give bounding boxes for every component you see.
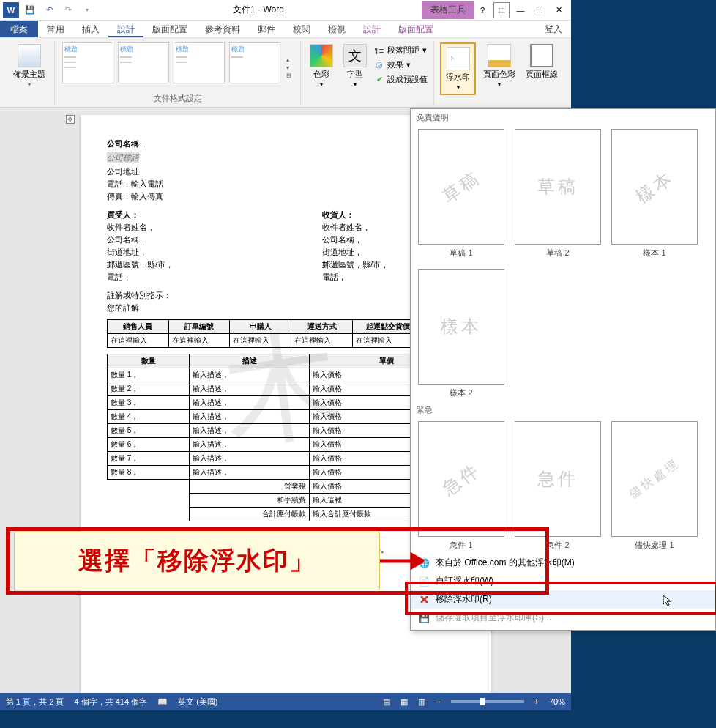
style-down-icon[interactable]: ▾ bbox=[286, 64, 291, 71]
doc-style-thumb[interactable]: 標題━━━━━━━━ bbox=[118, 42, 169, 83]
doc-style-thumb[interactable]: 標題━━━━━━━━ bbox=[174, 42, 225, 83]
page-color-button[interactable]: 頁面色彩▾ bbox=[480, 42, 518, 89]
doc-style-thumb[interactable]: 標題━━━━━━━━━━━━ bbox=[62, 42, 113, 83]
ribbon-tabs: 檔案 常用 插入 設計 版面配置 參考資料 郵件 校閱 檢視 設計 版面配置 登… bbox=[0, 21, 571, 38]
word-count[interactable]: 4 個字，共 414 個字 bbox=[74, 697, 147, 707]
annotation-text-box: 選擇「移除浮水印」 bbox=[14, 532, 380, 590]
save-selection-to-gallery: 💾儲存選取項目至浮水印庫(S)... bbox=[411, 609, 715, 627]
annotation-text: 選擇「移除浮水印」 bbox=[78, 544, 316, 578]
spacing-icon: ¶≡ bbox=[374, 45, 384, 56]
effects-icon: ◎ bbox=[374, 60, 384, 70]
view-web-icon[interactable]: ▥ bbox=[418, 697, 425, 707]
sign-in[interactable]: 登入 bbox=[536, 21, 571, 37]
zoom-slider[interactable] bbox=[451, 700, 524, 703]
save-icon[interactable]: 💾 bbox=[22, 2, 38, 18]
style-more-icon[interactable]: ⊟ bbox=[286, 73, 291, 79]
themes-button[interactable]: 佈景主題 ▾ bbox=[10, 42, 48, 89]
tab-mailings[interactable]: 郵件 bbox=[249, 21, 284, 37]
themes-label: 佈景主題 bbox=[13, 69, 45, 80]
colors-fonts-group: 色彩▾ 文字型▾ ¶≡段落間距 ▾ ◎效果 ▾ ✔設成預設值 bbox=[301, 41, 434, 105]
zoom-value[interactable]: 70% bbox=[549, 697, 565, 706]
tab-view[interactable]: 檢視 bbox=[319, 21, 354, 37]
effects-button[interactable]: ◎效果 ▾ bbox=[374, 59, 428, 71]
tab-review[interactable]: 校閱 bbox=[284, 21, 319, 37]
colors-icon bbox=[310, 44, 333, 67]
format-group: 標題━━━━━━━━━━━━ 標題━━━━━━━━ 標題━━━━━━━━ 標題━… bbox=[55, 41, 301, 105]
buyer-column: 買受人： 收件者姓名， 公司名稱， 街道地址， 郵遞區號，縣/市， 電話， bbox=[107, 208, 249, 284]
tab-insert[interactable]: 插入 bbox=[73, 21, 108, 37]
set-default-button[interactable]: ✔設成預設值 bbox=[374, 73, 428, 86]
remove-watermark-icon: 🗙 bbox=[418, 594, 430, 606]
page-color-icon bbox=[488, 44, 511, 67]
undo-icon[interactable]: ↶ bbox=[41, 2, 57, 18]
cursor-icon bbox=[663, 595, 674, 606]
word-icon[interactable]: W bbox=[3, 2, 19, 18]
zoom-in-icon[interactable]: + bbox=[534, 697, 539, 706]
tab-ctx-layout[interactable]: 版面配置 bbox=[389, 21, 442, 37]
document-title: 文件1 - Word bbox=[95, 4, 422, 16]
watermark-section-disclaimer: 免責聲明 bbox=[411, 109, 715, 126]
watermark-option-sample2[interactable]: 樣本樣本 2 bbox=[418, 269, 504, 398]
company-slogan[interactable]: 公司標語 bbox=[107, 152, 139, 163]
fonts-button[interactable]: 文字型▾ bbox=[340, 42, 370, 89]
table-tools-context: 表格工具 bbox=[422, 1, 474, 19]
format-group-label: 文件格式設定 bbox=[154, 93, 202, 104]
arrow-icon bbox=[380, 552, 424, 570]
doc-style-thumb[interactable]: 標題━━━━ bbox=[229, 42, 280, 83]
watermark-option-asap1[interactable]: 儘快處理儘快處理 1 bbox=[611, 421, 698, 551]
tab-ctx-design[interactable]: 設計 bbox=[354, 21, 389, 37]
language-indicator[interactable]: 英文 (美國) bbox=[178, 697, 217, 707]
svg-marker-2 bbox=[412, 555, 422, 567]
tab-layout[interactable]: 版面配置 bbox=[143, 21, 196, 37]
qat-dropdown-icon[interactable]: ▾ bbox=[79, 2, 95, 18]
spellcheck-icon[interactable]: 📖 bbox=[157, 697, 168, 707]
zoom-out-icon[interactable]: − bbox=[436, 697, 440, 706]
table-anchor-icon[interactable]: ✥ bbox=[66, 115, 75, 124]
themes-icon bbox=[18, 44, 41, 67]
save-gallery-icon: 💾 bbox=[418, 612, 430, 624]
notes-header: 註解或特別指示： bbox=[107, 291, 171, 300]
watermark-option-draft1[interactable]: 草稿草稿 1 bbox=[418, 129, 504, 259]
watermark-icon: A bbox=[447, 47, 470, 70]
minimize-icon[interactable]: — bbox=[512, 2, 529, 18]
default-icon: ✔ bbox=[374, 75, 384, 85]
annotation-callout: 選擇「移除浮水印」 bbox=[6, 527, 549, 595]
status-bar: 第 1 頁，共 2 頁 4 個字，共 414 個字 📖 英文 (美國) ▤ ▦ … bbox=[0, 693, 571, 710]
ribbon-options-icon[interactable]: ⬚ bbox=[493, 2, 510, 18]
themes-group: 佈景主題 ▾ bbox=[4, 41, 55, 105]
watermark-option-draft2[interactable]: 草稿草稿 2 bbox=[515, 129, 601, 259]
colors-button[interactable]: 色彩▾ bbox=[307, 42, 336, 89]
tab-file[interactable]: 檔案 bbox=[0, 21, 38, 37]
tab-home[interactable]: 常用 bbox=[38, 21, 73, 37]
company-name: 公司名稱 bbox=[107, 139, 139, 148]
view-print-icon[interactable]: ▤ bbox=[383, 697, 390, 707]
redo-icon[interactable]: ↷ bbox=[60, 2, 76, 18]
maximize-icon[interactable]: ☐ bbox=[532, 2, 548, 18]
watermark-button[interactable]: A浮水印▾ bbox=[443, 45, 473, 92]
watermark-option-sample1[interactable]: 樣本樣本 1 bbox=[611, 129, 698, 259]
page-background-group: A浮水印▾ 頁面色彩▾ 頁面框線 bbox=[434, 41, 567, 105]
help-icon[interactable]: ? bbox=[474, 2, 491, 18]
ribbon: 佈景主題 ▾ 標題━━━━━━━━━━━━ 標題━━━━━━━━ 標題━━━━━… bbox=[0, 38, 571, 108]
title-bar: W 💾 ↶ ↷ ▾ 文件1 - Word 表格工具 ? ⬚ — ☐ ✕ bbox=[0, 0, 571, 21]
fonts-icon: 文 bbox=[343, 44, 367, 67]
watermark-section-urgent: 緊急 bbox=[411, 401, 715, 418]
close-icon[interactable]: ✕ bbox=[551, 2, 567, 18]
view-read-icon[interactable]: ▦ bbox=[400, 697, 408, 707]
watermark-button-highlight: A浮水印▾ bbox=[440, 42, 476, 95]
tab-design[interactable]: 設計 bbox=[108, 21, 143, 37]
style-up-icon[interactable]: ▴ bbox=[286, 56, 291, 63]
page-border-button[interactable]: 頁面框線 bbox=[523, 42, 561, 81]
page-indicator[interactable]: 第 1 頁，共 2 頁 bbox=[6, 697, 64, 707]
tab-references[interactable]: 參考資料 bbox=[196, 21, 249, 37]
page-border-icon bbox=[530, 44, 553, 67]
paragraph-spacing-button[interactable]: ¶≡段落間距 ▾ bbox=[374, 44, 428, 56]
